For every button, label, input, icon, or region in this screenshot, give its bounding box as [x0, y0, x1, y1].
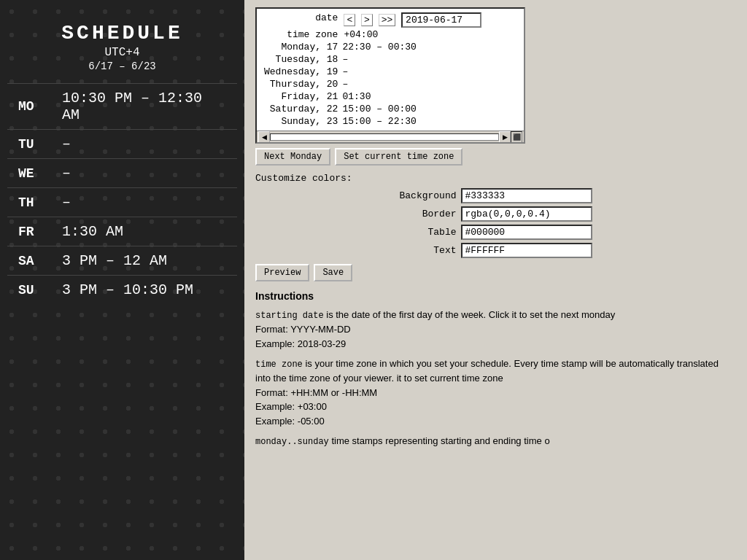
- schedule-row: TH–: [7, 187, 237, 217]
- para2-example1: Example: +03:00: [255, 401, 327, 412]
- table-row: Saturday, 2215:00 – 00:00: [261, 103, 484, 115]
- nav-prev-btn[interactable]: <: [344, 14, 355, 26]
- table-row-value: –: [341, 53, 484, 66]
- right-panel: date < > >> time zone +04:00 Monday, 172…: [244, 0, 747, 560]
- schedule-title: SCHEDULE: [61, 22, 182, 44]
- table-row-value: 01:30: [341, 90, 484, 103]
- table-row-label: Sunday, 23: [261, 115, 341, 128]
- schedule-dates: 6/17 – 6/23: [88, 61, 155, 72]
- schedule-row-time: –: [62, 136, 71, 152]
- schedule-rows: MO10:30 PM – 12:30 AMTU–WE–TH–FR1:30 AMS…: [7, 83, 237, 304]
- schedule-row-time: 3 PM – 12 AM: [62, 252, 167, 269]
- scroll-left-btn[interactable]: ◀: [258, 131, 270, 143]
- border-color-input[interactable]: [461, 206, 592, 222]
- table-row-value: –: [341, 66, 484, 78]
- table-row-value: 15:00 – 22:30: [341, 115, 484, 128]
- schedule-row-day: SU: [18, 283, 55, 298]
- scroll-corner: ⬛: [511, 131, 522, 143]
- table-row: Thursday, 20–: [261, 78, 484, 90]
- set-timezone-button[interactable]: Set current time zone: [335, 148, 462, 166]
- schedule-row: FR1:30 AM: [7, 217, 237, 246]
- schedule-row: TU–: [7, 129, 237, 158]
- schedule-panel: SCHEDULE UTC+4 6/17 – 6/23 MO10:30 PM – …: [0, 0, 244, 560]
- table-row: Friday, 2101:30: [261, 90, 484, 103]
- table-row-label: Friday, 21: [261, 90, 341, 103]
- customize-colors-label: Customize colors:: [255, 173, 736, 184]
- schedule-row: MO10:30 PM – 12:30 AM: [7, 83, 237, 129]
- para2-example2: Example: -05:00: [255, 416, 325, 427]
- action-buttons-row: Next Monday Set current time zone: [255, 148, 736, 166]
- schedule-row-time: 3 PM – 10:30 PM: [62, 281, 193, 298]
- table-color-label: Table: [255, 227, 457, 238]
- table-row: Sunday, 2315:00 – 22:30: [261, 115, 484, 128]
- table-row-label: Monday, 17: [261, 41, 341, 53]
- preview-button[interactable]: Preview: [255, 264, 309, 281]
- table-row: Tuesday, 18–: [261, 53, 484, 66]
- schedule-table-wrapper: date < > >> time zone +04:00 Monday, 172…: [255, 7, 525, 144]
- timezone-value: +04:00: [344, 29, 378, 40]
- horizontal-scrollbar[interactable]: ◀ ▶ ⬛: [257, 131, 524, 142]
- table-row-value: 15:00 – 00:00: [341, 103, 484, 115]
- schedule-row-time: 10:30 PM – 12:30 AM: [62, 90, 226, 123]
- instructions-section: Instructions starting date is the date o…: [255, 290, 736, 448]
- starting-date-code: starting date: [255, 311, 324, 321]
- schedule-row-day: TH: [18, 195, 55, 210]
- schedule-row-time: –: [62, 165, 71, 182]
- schedule-row: SU3 PM – 10:30 PM: [7, 275, 237, 304]
- time-zone-code: time zone: [255, 359, 303, 370]
- table-row-value: 22:30 – 00:30: [341, 41, 484, 53]
- schedule-row-time: –: [62, 194, 71, 211]
- para3-text: time stamps representing starting and en…: [331, 435, 549, 446]
- background-color-label: Background: [255, 190, 457, 201]
- nav-next-btn[interactable]: >: [361, 14, 373, 26]
- instructions-title: Instructions: [255, 290, 736, 302]
- scroll-right-btn[interactable]: ▶: [499, 131, 511, 143]
- date-field-label: date: [261, 12, 341, 28]
- schedule-row-day: TU: [18, 137, 55, 152]
- monday-sunday-code: monday..sunday: [255, 437, 329, 447]
- next-monday-button[interactable]: Next Monday: [255, 148, 330, 166]
- timezone-field-label: time zone: [261, 28, 341, 41]
- save-button[interactable]: Save: [314, 264, 352, 281]
- scroll-track: [270, 133, 499, 141]
- schedule-timezone: UTC+4: [104, 46, 139, 59]
- para2-format: Format: +HH:MM or -HH:MM: [255, 387, 377, 398]
- para1-format: Format: YYYY-MM-DD: [255, 324, 351, 335]
- table-row-label: Tuesday, 18: [261, 53, 341, 66]
- preview-save-row: Preview Save: [255, 264, 736, 281]
- instructions-para2: time zone is your time zone in which you…: [255, 357, 736, 428]
- schedule-row-day: WE: [18, 166, 55, 181]
- schedule-data-area: date < > >> time zone +04:00 Monday, 172…: [257, 9, 524, 131]
- table-row: Wednesday, 19–: [261, 66, 484, 78]
- schedule-row-day: MO: [18, 99, 55, 114]
- table-row-label: Wednesday, 19: [261, 66, 341, 78]
- schedule-row: WE–: [7, 158, 237, 187]
- para1-text: is the date of the first day of the week…: [326, 309, 615, 320]
- para1-example: Example: 2018-03-29: [255, 338, 346, 349]
- text-color-label: Text: [255, 245, 457, 256]
- instructions-text: starting date is the date of the first d…: [255, 308, 736, 448]
- schedule-row: SA3 PM – 12 AM: [7, 246, 237, 275]
- para2-text: is your time zone in which you set your …: [255, 358, 719, 384]
- color-fields: Background Border Table Text: [255, 188, 736, 258]
- table-row-label: Saturday, 22: [261, 103, 341, 115]
- table-row-label: Thursday, 20: [261, 78, 341, 90]
- border-color-label: Border: [255, 209, 457, 219]
- schedule-row-day: FR: [18, 225, 55, 239]
- text-color-input[interactable]: [461, 243, 592, 258]
- table-row-value: –: [341, 78, 484, 90]
- instructions-para3: monday..sunday time stamps representing …: [255, 434, 736, 448]
- table-color-input[interactable]: [461, 225, 592, 240]
- nav-jump-btn[interactable]: >>: [379, 14, 396, 26]
- date-input[interactable]: [401, 12, 481, 28]
- schedule-row-day: SA: [18, 254, 55, 268]
- table-row: Monday, 1722:30 – 00:30: [261, 41, 484, 53]
- schedule-row-time: 1:30 AM: [62, 223, 123, 240]
- instructions-para1: starting date is the date of the first d…: [255, 308, 736, 351]
- background-color-input[interactable]: [461, 188, 592, 203]
